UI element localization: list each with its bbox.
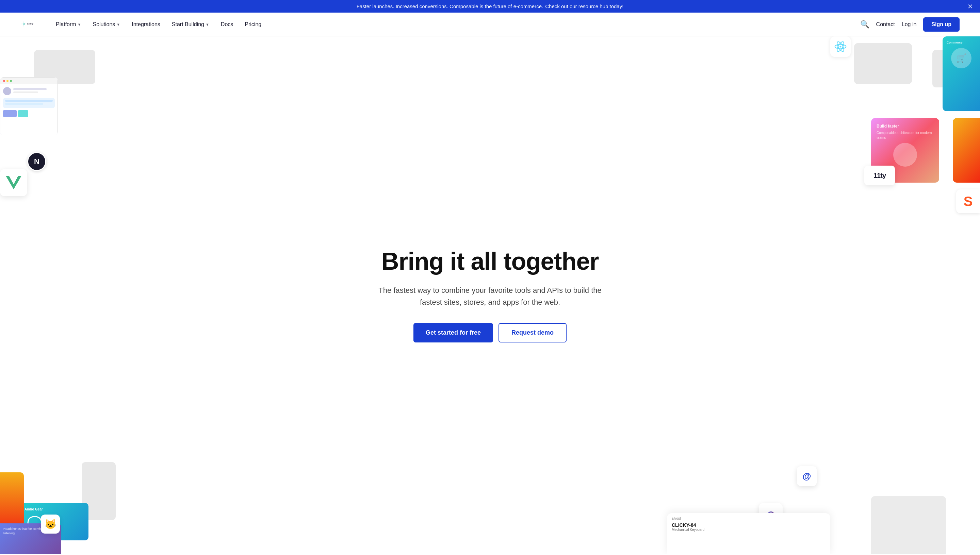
hero-content: Bring it all together The fastest way to…	[371, 248, 609, 343]
svg-point-2	[21, 24, 22, 24]
floating-card-teal-right: Commerce 🛒	[943, 36, 980, 111]
get-started-button[interactable]: Get started for free	[413, 323, 493, 342]
floating-eleventy-card: 11ty	[864, 165, 895, 185]
floating-card-gray-bottom-right	[871, 496, 946, 554]
announcement-bar: Faster launches. Increased conversions. …	[0, 0, 980, 13]
nav-start-building[interactable]: Start Building ▼	[167, 19, 214, 30]
nav-platform[interactable]: Platform ▼	[51, 19, 86, 30]
floating-card-orange-right	[953, 118, 980, 183]
svg-point-0	[24, 21, 24, 22]
floating-screenshot-left	[0, 77, 58, 135]
netlify-logo: netlify	[21, 16, 37, 33]
floating-vue-icon	[0, 169, 27, 196]
hero-title: Bring it all together	[371, 248, 609, 275]
floating-react-icon	[830, 36, 851, 57]
nav-docs[interactable]: Docs	[216, 19, 238, 30]
nav-contact-link[interactable]: Contact	[876, 21, 895, 27]
svg-text:netlify: netlify	[27, 22, 34, 25]
nav-login-link[interactable]: Log in	[902, 21, 917, 27]
nav-links: Platform ▼ Solutions ▼ Integrations Star…	[51, 19, 860, 30]
start-building-chevron-icon: ▼	[206, 22, 209, 27]
nav-integrations[interactable]: Integrations	[127, 19, 165, 30]
platform-chevron-icon: ▼	[77, 22, 81, 27]
request-demo-button[interactable]: Request demo	[498, 323, 567, 342]
announcement-text: Faster launches. Increased conversions. …	[357, 3, 543, 9]
hero-subtitle: The fastest way to combine your favorite…	[371, 284, 609, 308]
nav-actions: 🔍 Contact Log in Sign up	[860, 18, 959, 32]
hero-buttons: Get started for free Request demo	[371, 323, 609, 342]
svg-point-3	[26, 24, 27, 24]
svg-point-13	[839, 46, 841, 47]
floating-cat-icon: 🐱	[41, 515, 60, 534]
floating-at-icon: @	[797, 466, 817, 486]
nav-pricing[interactable]: Pricing	[240, 19, 266, 30]
vue-logo-icon	[6, 175, 21, 191]
navbar: netlify Platform ▼ Solutions ▼ Integrati…	[0, 13, 980, 36]
floating-n-icon: N	[27, 152, 46, 171]
floating-card-gray-right-top	[854, 43, 912, 84]
svg-point-1	[24, 26, 24, 26]
nav-signup-button[interactable]: Sign up	[923, 18, 959, 32]
search-icon[interactable]: 🔍	[860, 20, 869, 29]
solutions-chevron-icon: ▼	[116, 22, 120, 27]
logo-link[interactable]: netlify	[21, 16, 37, 33]
floating-s-icon: S	[956, 189, 980, 213]
react-logo-icon	[834, 40, 847, 53]
floating-keyboard-preview: alt/opt CLICKY-84 Mechanical Keyboard	[667, 513, 830, 554]
announcement-close-button[interactable]: ✕	[967, 3, 973, 10]
nav-solutions[interactable]: Solutions ▼	[88, 19, 125, 30]
hero-section: N Commerce 🛒 Build faster Composable arc…	[0, 36, 980, 554]
announcement-link[interactable]: Check out our resource hub today!	[545, 3, 623, 9]
